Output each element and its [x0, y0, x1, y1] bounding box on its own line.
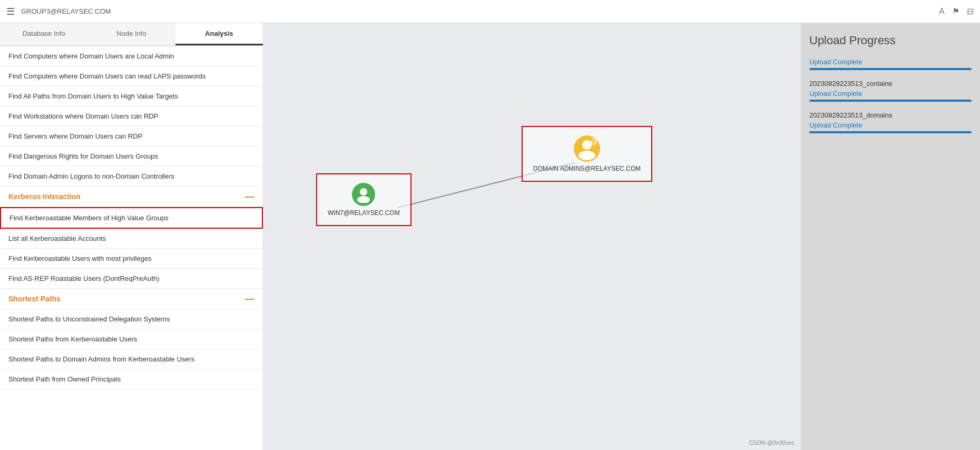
- graph-node-domain-admins[interactable]: ✦ DOMAIN ADMINS@RELAYSEC.COM: [522, 126, 652, 182]
- tab-node[interactable]: Node Info: [87, 23, 175, 45]
- kerberos-section-title: Kerberos Interaction: [8, 192, 81, 201]
- upload-progress-bar-0: [809, 68, 972, 70]
- upload-filename-2: 20230829223513_domains: [809, 111, 972, 119]
- kerberos-item-0[interactable]: Find Kerberoastable Members of High Valu…: [0, 207, 263, 229]
- header-icons: A ⚑ ⊟: [939, 6, 974, 16]
- node-label-win7: WIN7@RELAYSEC.COM: [328, 209, 400, 217]
- shortest-paths-collapse-icon[interactable]: —: [245, 294, 254, 304]
- kerberos-collapse-icon[interactable]: —: [245, 192, 254, 201]
- svg-point-4: [579, 151, 595, 160]
- list-item[interactable]: Find Domain Admin Logons to non-Domain C…: [0, 167, 263, 187]
- header-title: GROUP3@RELAYSEC.COM: [21, 7, 933, 15]
- list-item[interactable]: Find Dangerous Rights for Domain Users G…: [0, 146, 263, 167]
- list-item[interactable]: Find Workstations where Domain Users can…: [0, 106, 263, 126]
- sidebar-tabs: Database Info Node Info Analysis: [0, 23, 263, 46]
- header: ☰ GROUP3@RELAYSEC.COM A ⚑ ⊟: [0, 0, 980, 23]
- main-layout: Database Info Node Info Analysis Find Co…: [0, 23, 980, 450]
- tab-analysis[interactable]: Analysis: [175, 23, 263, 45]
- graph-edge: [263, 23, 801, 450]
- shortest-paths-item-3[interactable]: Shortest Path from Owned Principals: [0, 369, 263, 389]
- menu-icon[interactable]: ☰: [6, 6, 15, 17]
- upload-item-1: 20230829223513_containe Upload Complete: [809, 80, 972, 102]
- list-item[interactable]: Find Servers where Domain Users can RDP: [0, 126, 263, 146]
- header-icon-filter[interactable]: ⊟: [967, 6, 974, 16]
- upload-filename-1: 20230829223513_containe: [809, 80, 972, 87]
- header-icon-a[interactable]: A: [939, 7, 945, 16]
- tab-database[interactable]: Database Info: [0, 23, 87, 45]
- list-item[interactable]: Find Computers where Domain Users are Lo…: [0, 46, 263, 66]
- shortest-paths-item-0[interactable]: Shortest Paths to Unconstrained Delegati…: [0, 309, 263, 329]
- graph-node-win7[interactable]: WIN7@RELAYSEC.COM: [316, 173, 411, 226]
- svg-point-2: [357, 196, 370, 203]
- shortest-paths-section-title: Shortest Paths: [8, 295, 61, 303]
- upload-item-2: 20230829223513_domains Upload Complete: [809, 111, 972, 133]
- sidebar: Database Info Node Info Analysis Find Co…: [0, 23, 263, 450]
- svg-point-3: [582, 140, 592, 150]
- upload-status-1: Upload Complete: [809, 90, 972, 97]
- svg-text:✦: ✦: [592, 140, 596, 145]
- kerberos-item-3[interactable]: Find AS-REP Roastable Users (DontReqPreA…: [0, 269, 263, 289]
- upload-progress-bar-2: [809, 131, 972, 133]
- node-icon-domain-admins: ✦: [574, 135, 600, 162]
- shortest-paths-item-2[interactable]: Shortest Paths to Domain Admins from Ker…: [0, 349, 263, 369]
- kerberos-item-2[interactable]: Find Kerberoastable Users with most priv…: [0, 249, 263, 269]
- list-item[interactable]: Find All Paths from Domain Users to High…: [0, 86, 263, 106]
- kerberos-item-1[interactable]: List all Kerberoastable Accounts: [0, 229, 263, 249]
- graph-footer: CSDN @0x30sec: [749, 439, 795, 446]
- svg-point-1: [360, 188, 367, 195]
- sidebar-content: Find Computers where Domain Users are Lo…: [0, 46, 263, 450]
- shortest-paths-item-1[interactable]: Shortest Paths from Kerberoastable Users: [0, 329, 263, 349]
- node-icon-win7: [352, 183, 375, 206]
- list-item[interactable]: Find Computers where Domain Users can re…: [0, 66, 263, 86]
- upload-status-2: Upload Complete: [809, 121, 972, 129]
- upload-status-0: Upload Complete: [809, 58, 972, 66]
- node-label-domain-admins: DOMAIN ADMINS@RELAYSEC.COM: [533, 165, 641, 172]
- upload-progress-bar-1: [809, 100, 972, 102]
- upload-panel-title: Upload Progress: [809, 34, 972, 47]
- shortest-paths-section-header: Shortest Paths —: [0, 289, 263, 309]
- kerberos-section-header: Kerberos Interaction —: [0, 187, 263, 207]
- graph-area: WIN7@RELAYSEC.COM ✦ DOMAIN ADMINS@RELAYS…: [263, 23, 801, 450]
- upload-item-0: Upload Complete: [809, 58, 972, 70]
- header-icon-bookmark[interactable]: ⚑: [952, 6, 959, 16]
- upload-panel: Upload Progress Upload Complete 20230829…: [801, 23, 980, 450]
